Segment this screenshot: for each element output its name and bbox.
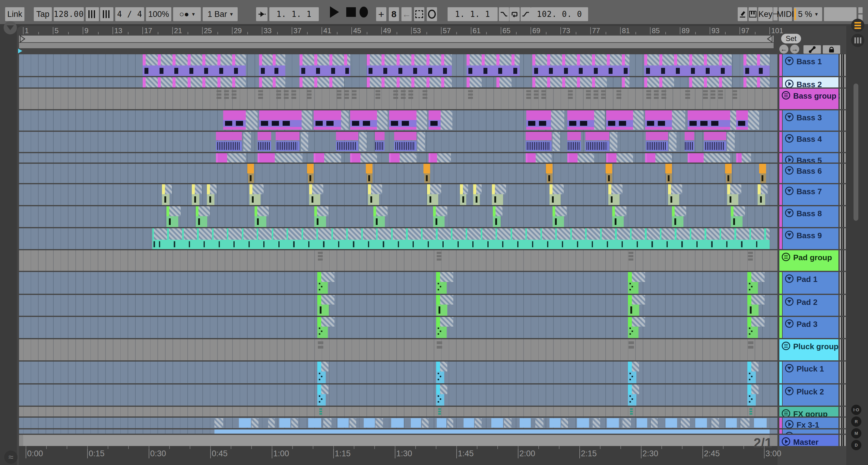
clip[interactable] [592, 54, 607, 76]
track-header-pluck-2[interactable]: Pluck 2 [779, 384, 846, 406]
clip[interactable] [317, 250, 328, 271]
clip[interactable] [759, 164, 766, 183]
track-header-bass-6[interactable]: Bass 6 [779, 164, 846, 183]
loop-button[interactable] [509, 7, 520, 21]
clip[interactable] [607, 417, 619, 428]
clip[interactable] [659, 77, 674, 88]
clip[interactable] [685, 89, 694, 109]
clip[interactable] [436, 362, 449, 383]
clip[interactable] [359, 132, 367, 152]
clip[interactable] [306, 89, 316, 109]
clip[interactable] [467, 54, 482, 76]
track-header-main[interactable]: Bass 3 [783, 111, 838, 131]
track-name[interactable]: Bass 2 [797, 79, 822, 88]
clip[interactable] [606, 111, 633, 131]
punch-out-button[interactable] [521, 7, 531, 21]
clip[interactable] [367, 54, 382, 76]
lane-fx-gorup[interactable] [19, 407, 777, 416]
clip[interactable] [628, 250, 639, 271]
clip[interactable] [532, 77, 548, 88]
clip[interactable] [665, 164, 672, 183]
clip[interactable] [257, 132, 271, 152]
forward-button[interactable]: → [790, 44, 799, 54]
clip[interactable] [329, 54, 344, 76]
lane-pluck-2[interactable] [19, 384, 777, 406]
clip[interactable] [547, 77, 562, 88]
clip[interactable] [610, 132, 617, 152]
clip[interactable] [526, 132, 552, 152]
scrub-area[interactable] [19, 36, 774, 42]
clip[interactable] [757, 184, 767, 205]
lane-bass-9[interactable] [19, 228, 777, 249]
unfold-track-icon[interactable] [785, 187, 794, 195]
track-name[interactable]: Pad 1 [797, 274, 817, 284]
clip[interactable] [436, 339, 444, 360]
clip[interactable] [436, 317, 453, 338]
clip[interactable] [336, 89, 358, 109]
track-header-bass-7[interactable]: Bass 7 [779, 184, 846, 205]
clip[interactable] [526, 111, 551, 131]
clip[interactable] [207, 184, 217, 205]
track-header-master[interactable]: Master [779, 435, 846, 446]
track-name[interactable]: Bass group 2 [793, 90, 843, 101]
clip[interactable] [606, 164, 612, 183]
lane-fx-5[interactable] [19, 429, 777, 434]
follow-button[interactable] [256, 7, 268, 21]
lane-pad-2[interactable] [19, 295, 777, 316]
clip[interactable] [740, 417, 749, 428]
clip[interactable] [216, 132, 242, 152]
track-name[interactable]: Bass 8 [797, 208, 822, 218]
clip[interactable] [394, 132, 416, 152]
fold-track-icon[interactable] [785, 80, 794, 88]
clip[interactable] [259, 54, 273, 76]
lane-bass-3[interactable] [19, 111, 777, 131]
unfold-track-icon[interactable] [785, 166, 794, 175]
clip[interactable] [424, 164, 430, 183]
clip[interactable] [437, 417, 446, 428]
track-header-main[interactable]: Fx 5 [783, 429, 838, 434]
group-fold-icon[interactable] [782, 253, 790, 261]
clip[interactable] [416, 111, 427, 131]
clip[interactable] [665, 417, 677, 428]
track-header-bass-9[interactable]: Bass 9 [779, 228, 846, 249]
clip[interactable] [239, 417, 251, 428]
clip[interactable] [314, 77, 329, 88]
clip[interactable] [594, 111, 605, 131]
lane-pad-group[interactable] [19, 250, 777, 271]
capture-midi-button[interactable] [414, 7, 424, 21]
clip[interactable] [645, 153, 672, 162]
clip[interactable] [646, 132, 668, 152]
clip[interactable] [162, 184, 172, 205]
clip[interactable] [704, 77, 719, 88]
clip[interactable] [689, 77, 704, 88]
mixer-section-toggle[interactable]: M [851, 428, 861, 438]
metronome-button[interactable]: ○● ▾ [173, 7, 201, 21]
clip[interactable] [307, 164, 314, 183]
clip[interactable] [681, 417, 690, 428]
clip[interactable] [143, 54, 158, 76]
clip[interactable] [546, 164, 553, 183]
lane-fx-3-1[interactable] [19, 417, 777, 428]
clip[interactable] [393, 89, 416, 109]
clip[interactable] [301, 132, 309, 152]
clip[interactable] [616, 89, 625, 109]
clip[interactable] [214, 429, 770, 434]
clip[interactable] [300, 54, 315, 76]
clip[interactable] [520, 417, 531, 428]
clip[interactable] [300, 77, 315, 88]
clip[interactable] [567, 153, 594, 162]
track-header-main[interactable]: Fx 3-1 [783, 417, 838, 428]
clip[interactable] [747, 362, 760, 383]
track-header-fx-3-1[interactable]: Fx 3-1 [779, 417, 846, 428]
track-name[interactable]: Bass 3 [797, 112, 822, 122]
clip[interactable] [247, 164, 254, 183]
clip[interactable] [551, 111, 565, 131]
track-header-main[interactable]: Bass 4 [783, 132, 838, 152]
clip[interactable] [441, 54, 452, 76]
time-ruler[interactable]: 0:000:150:300:451:001:151:301:452:002:15… [19, 446, 777, 465]
track-header-main[interactable]: FX gorup [779, 407, 838, 416]
clip[interactable] [433, 206, 447, 227]
track-header-main[interactable]: Bass 2 [783, 77, 838, 88]
clip[interactable] [143, 77, 158, 88]
clip[interactable] [317, 384, 330, 406]
